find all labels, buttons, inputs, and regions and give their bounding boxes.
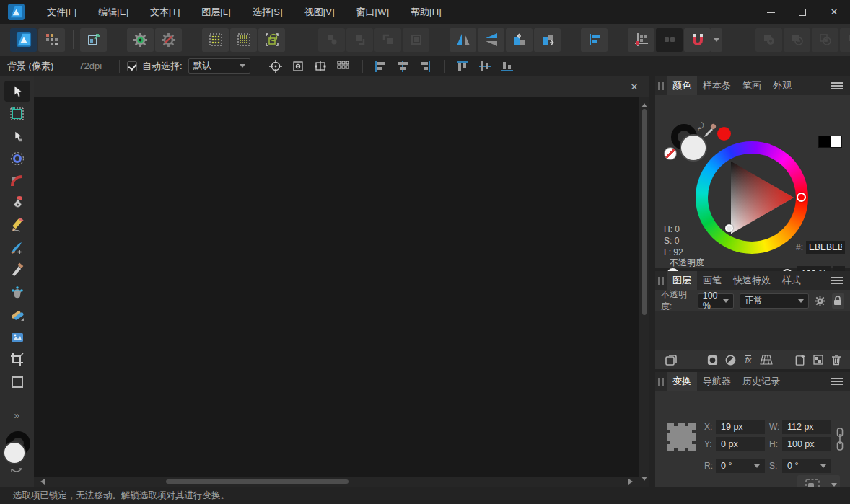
no-color-swatch[interactable] [664,147,677,160]
corner-tool[interactable] [4,170,30,191]
enable-transform-button[interactable] [310,58,331,75]
designer-persona-button[interactable] [10,28,37,52]
blend-mode-dropdown[interactable]: 正常 [740,293,809,309]
live-filter-button[interactable] [758,352,774,368]
align-bottom-button[interactable] [497,58,518,75]
menu-window[interactable]: 窗口[W] [346,0,400,24]
anchor-point-selector[interactable] [665,421,697,453]
preferences-on-button[interactable] [127,28,154,52]
swap-colors-icon[interactable] [10,467,23,474]
layers-list[interactable] [655,311,850,350]
tab-navigator[interactable]: 导航器 [697,372,737,391]
scroll-down-icon[interactable] [641,477,647,484]
color-wheel[interactable] [696,141,808,254]
shear-dropdown[interactable]: 0 ° [782,459,831,473]
adjustment-layer-button[interactable] [722,352,738,368]
horizontal-scroll-thumb[interactable] [166,479,349,484]
canvas[interactable] [34,97,639,477]
panel-menu-icon[interactable] [831,378,843,385]
rotate-cw-button[interactable] [534,28,561,52]
snap-axis-button[interactable] [628,28,654,52]
autoselect-checkbox[interactable] [127,61,137,71]
point-transform-tool[interactable] [4,148,30,169]
alignment-button[interactable] [581,28,608,52]
panel-grip-icon[interactable] [655,76,667,95]
snapping-button[interactable] [684,28,711,52]
palette-overflow-button[interactable]: » [14,410,20,421]
menu-help[interactable]: 帮助[H] [400,0,452,24]
scroll-up-icon[interactable] [641,100,647,107]
lock-layer-button[interactable] [832,293,844,309]
preferences-off-button[interactable] [155,28,182,52]
align-right-button[interactable] [415,58,436,75]
x-input[interactable] [716,420,765,434]
menu-view[interactable]: 视图[V] [294,0,346,24]
tab-styles[interactable]: 样式 [776,271,807,290]
vertical-scrollbar[interactable] [639,97,649,487]
layer-effects-button[interactable]: fx [740,352,756,368]
knife-tool[interactable] [4,260,30,280]
fill-color-well[interactable] [3,441,26,464]
flip-vertical-button[interactable] [478,28,504,52]
link-dimensions-icon[interactable] [836,427,844,451]
snap-pixel-button[interactable] [230,28,257,52]
place-image-tool[interactable] [4,327,30,348]
horizontal-scrollbar[interactable] [34,477,639,487]
vertical-scroll-thumb[interactable] [642,109,647,315]
pencil-tool[interactable] [4,215,30,236]
cycle-selection-box-button[interactable] [266,58,286,75]
layers-opacity-dropdown[interactable]: 100 % [698,293,735,309]
y-input[interactable] [716,437,765,451]
picked-color-swatch[interactable] [717,127,731,141]
separation-mode-toggle[interactable] [656,28,683,52]
snapping-dropdown-button[interactable] [711,28,722,52]
pixel-selection-button[interactable] [333,58,354,75]
menu-file[interactable]: 文件[F] [36,0,87,24]
tab-layers[interactable]: 图层 [667,271,697,290]
tab-color[interactable]: 颜色 [667,76,697,95]
scroll-left-icon[interactable] [38,479,45,485]
flip-horizontal-button[interactable] [450,28,476,52]
panel-grip-icon[interactable] [655,271,667,290]
artboard-tool[interactable] [4,103,30,124]
align-middle-button[interactable] [475,58,496,75]
align-top-button[interactable] [452,58,473,75]
export-persona-button[interactable] [80,28,107,52]
autoselect-dropdown[interactable]: 默认 [188,58,250,74]
rotate-ccw-button[interactable] [506,28,533,52]
maximize-button[interactable] [787,0,818,24]
hue-selector[interactable] [797,193,806,202]
tab-history[interactable]: 历史记录 [737,372,786,391]
tab-swatches[interactable]: 样本条 [697,76,737,95]
move-tool[interactable] [4,81,30,102]
scroll-right-icon[interactable] [628,479,636,485]
menu-text[interactable]: 文本[T] [139,0,190,24]
close-document-button[interactable]: ✕ [626,79,642,95]
menu-select[interactable]: 选择[S] [242,0,294,24]
fill-tool[interactable] [4,282,30,303]
tab-brushes[interactable]: 画笔 [697,271,727,290]
pen-tool[interactable] [4,193,30,213]
black-white-swatch[interactable] [818,136,842,148]
shape-tool[interactable] [4,371,30,392]
tab-transform[interactable]: 变换 [667,372,697,391]
panel-menu-icon[interactable] [831,82,843,89]
blend-options-button[interactable] [814,293,826,309]
edit-all-layers-button[interactable] [663,352,679,368]
vector-brush-tool[interactable] [4,237,30,258]
panel-menu-icon[interactable] [831,277,843,284]
pixel-persona-button[interactable] [38,28,65,52]
menu-edit[interactable]: 编辑[E] [87,0,139,24]
new-pixel-layer-button[interactable] [810,352,826,368]
delete-layer-button[interactable] [828,352,844,368]
align-center-button[interactable] [393,58,413,75]
snap-object-button[interactable] [258,28,285,52]
h-input[interactable] [782,437,831,451]
tab-stroke[interactable]: 笔画 [737,76,767,95]
panel-grip-icon[interactable] [655,372,667,391]
mask-layer-button[interactable] [704,352,720,368]
tab-quick-fx[interactable]: 快速特效 [727,271,776,290]
eyedropper-icon[interactable] [701,123,719,140]
minimize-button[interactable] [755,0,787,24]
rotation-dropdown[interactable]: 0 ° [716,459,765,473]
